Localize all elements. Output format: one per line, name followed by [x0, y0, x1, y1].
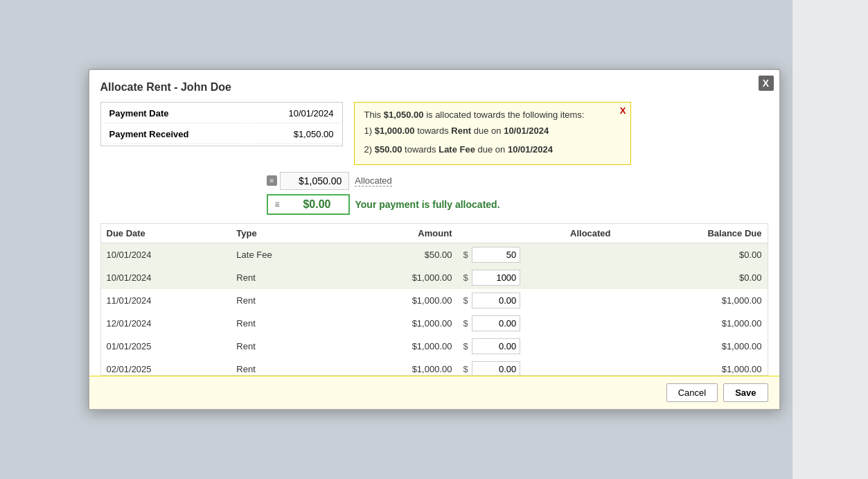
modal-top-section: Payment Date 10/01/2024 Payment Received…	[100, 102, 768, 165]
balance-amount-display: $0.00	[283, 198, 331, 211]
tooltip-line1: 1) $1,000.00 towards Rent due on 10/01/2…	[364, 124, 621, 139]
table-row: 02/01/2025 Rent $1,000.00 $ $1,000.00	[101, 358, 768, 376]
cell-allocated-wrapper: $	[457, 289, 616, 312]
tooltip-intro: This $1,050.00 is allocated towards the …	[364, 110, 621, 120]
allocated-input[interactable]	[472, 247, 520, 263]
modal-close-button[interactable]: X	[759, 76, 774, 91]
table-row: 10/01/2024 Rent $1,000.00 $ $0.00	[101, 266, 768, 289]
allocated-input[interactable]	[472, 315, 520, 331]
payment-received-value: $1,050.00	[249, 125, 340, 144]
cell-allocated-wrapper: $	[457, 266, 616, 289]
cell-type: Rent	[231, 335, 339, 358]
charges-table: Due Date Type Amount Allocated Balance D…	[101, 224, 768, 376]
table-row: 11/01/2024 Rent $1,000.00 $ $1,000.00	[101, 289, 768, 312]
col-type: Type	[231, 224, 339, 243]
fully-allocated-message: Your payment is fully allocated.	[355, 199, 500, 210]
table-row: 12/01/2024 Rent $1,000.00 $ $1,000.00	[101, 312, 768, 335]
payment-date-value: 10/01/2024	[249, 104, 340, 123]
amount-icon: ≡	[267, 175, 278, 186]
cell-amount: $1,000.00	[339, 335, 457, 358]
cell-balance: $1,000.00	[617, 289, 768, 312]
col-due-date: Due Date	[101, 224, 231, 243]
payment-info-table: Payment Date 10/01/2024 Payment Received…	[100, 102, 343, 146]
amount-row: ≡ $1,050.00 Allocated	[267, 172, 768, 190]
cell-balance: $0.00	[617, 266, 768, 289]
tooltip-close-button[interactable]: X	[620, 105, 626, 116]
cell-due-date: 02/01/2025	[101, 358, 231, 376]
allocated-input[interactable]	[472, 293, 520, 308]
balance-box: ≡ $0.00	[267, 194, 350, 215]
cell-type: Rent	[231, 358, 339, 376]
cell-allocated-wrapper: $	[457, 243, 616, 266]
modal-footer: Cancel Save	[89, 376, 779, 409]
table-row: 01/01/2025 Rent $1,000.00 $ $1,000.00	[101, 335, 768, 358]
allocated-input[interactable]	[472, 361, 520, 376]
cell-type: Rent	[231, 266, 339, 289]
allocated-input[interactable]	[472, 338, 520, 354]
cell-amount: $1,000.00	[339, 266, 457, 289]
allocated-link[interactable]: Allocated	[355, 175, 391, 186]
cell-balance: $1,000.00	[617, 335, 768, 358]
dollar-sign: $	[463, 250, 469, 260]
dollar-sign: $	[463, 318, 469, 329]
col-allocated: Allocated	[457, 224, 616, 243]
col-balance-due: Balance Due	[617, 224, 768, 243]
cell-balance: $1,000.00	[617, 358, 768, 376]
cell-type: Rent	[231, 312, 339, 335]
modal-backdrop: X Allocate Rent - John Doe Payment Date …	[0, 0, 868, 479]
dollar-sign: $	[463, 341, 469, 351]
payment-received-label: Payment Received	[103, 125, 248, 144]
cancel-button[interactable]: Cancel	[666, 383, 718, 402]
dollar-sign: $	[463, 364, 469, 374]
cell-due-date: 10/01/2024	[101, 243, 231, 266]
balance-row: ≡ $0.00 Your payment is fully allocated.	[267, 194, 768, 215]
cell-allocated-wrapper: $	[457, 358, 616, 376]
col-amount: Amount	[339, 224, 457, 243]
total-amount-box: ≡ $1,050.00	[267, 172, 350, 190]
cell-type: Late Fee	[231, 243, 339, 266]
cell-allocated-wrapper: $	[457, 312, 616, 335]
cell-amount: $1,000.00	[339, 358, 457, 376]
tooltip-line2: 2) $50.00 towards Late Fee due on 10/01/…	[364, 143, 621, 157]
cell-balance: $1,000.00	[617, 312, 768, 335]
cell-amount: $1,000.00	[339, 289, 457, 312]
dollar-sign: $	[463, 272, 469, 283]
cell-amount: $50.00	[339, 243, 457, 266]
cell-due-date: 12/01/2024	[101, 312, 231, 335]
allocate-rent-modal: X Allocate Rent - John Doe Payment Date …	[88, 69, 781, 410]
cell-amount: $1,000.00	[339, 312, 457, 335]
cell-due-date: 11/01/2024	[101, 289, 231, 312]
total-amount-display: $1,050.00	[280, 172, 349, 190]
cell-due-date: 01/01/2025	[101, 335, 231, 358]
charges-table-wrapper[interactable]: Due Date Type Amount Allocated Balance D…	[100, 223, 768, 376]
payment-date-label: Payment Date	[103, 104, 248, 123]
cell-balance: $0.00	[617, 243, 768, 266]
balance-icon: ≡	[275, 200, 280, 209]
allocated-input[interactable]	[472, 270, 520, 286]
cell-due-date: 10/01/2024	[101, 266, 231, 289]
dollar-sign: $	[463, 295, 469, 306]
allocation-tooltip: X This $1,050.00 is allocated towards th…	[354, 102, 631, 165]
cell-allocated-wrapper: $	[457, 335, 616, 358]
save-button[interactable]: Save	[723, 383, 768, 402]
modal-title: Allocate Rent - John Doe	[100, 81, 768, 94]
table-row: 10/01/2024 Late Fee $50.00 $ $0.00	[101, 243, 768, 266]
cell-type: Rent	[231, 289, 339, 312]
